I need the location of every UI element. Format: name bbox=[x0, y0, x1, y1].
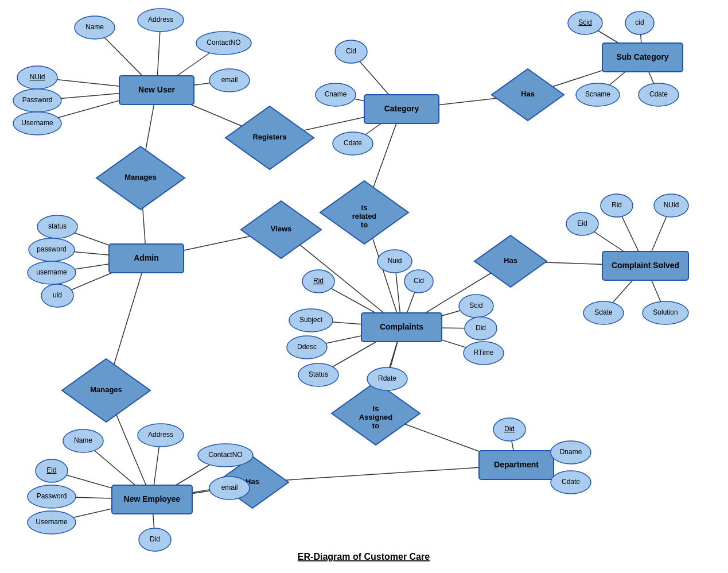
svg-text:Subject: Subject bbox=[299, 316, 323, 324]
svg-text:Has: Has bbox=[521, 90, 535, 98]
svg-text:cid: cid bbox=[635, 18, 644, 26]
svg-text:Registers: Registers bbox=[252, 133, 286, 141]
svg-text:Eid: Eid bbox=[577, 219, 587, 227]
svg-text:ContactNO: ContactNO bbox=[208, 451, 242, 459]
svg-text:RTime: RTime bbox=[474, 349, 494, 357]
svg-text:Department: Department bbox=[494, 460, 539, 469]
svg-text:password: password bbox=[37, 245, 66, 253]
svg-text:Name: Name bbox=[74, 436, 92, 444]
er-diagram: New UserAdminCategorySub CategoryComplai… bbox=[0, 0, 728, 573]
svg-text:Complaint Solved: Complaint Solved bbox=[612, 261, 679, 270]
svg-text:Complaints: Complaints bbox=[380, 322, 423, 331]
svg-text:Eid: Eid bbox=[46, 466, 56, 474]
svg-text:New User: New User bbox=[138, 85, 175, 94]
svg-text:Dname: Dname bbox=[560, 448, 582, 456]
svg-text:Cid: Cid bbox=[414, 277, 424, 285]
svg-line-61 bbox=[252, 465, 516, 482]
svg-text:Cdate: Cdate bbox=[344, 139, 362, 147]
svg-text:Address: Address bbox=[148, 431, 173, 439]
svg-text:Category: Category bbox=[384, 104, 419, 113]
svg-text:ER-Diagram of Customer Care: ER-Diagram of Customer Care bbox=[298, 552, 430, 562]
svg-text:Rid: Rid bbox=[313, 277, 324, 285]
svg-text:Cdate: Cdate bbox=[649, 90, 668, 98]
svg-text:NUid: NUid bbox=[30, 73, 45, 81]
svg-text:email: email bbox=[221, 76, 238, 84]
svg-text:Cname: Cname bbox=[325, 90, 347, 98]
svg-text:Scid: Scid bbox=[469, 301, 482, 309]
svg-text:Password: Password bbox=[22, 96, 53, 104]
svg-text:Address: Address bbox=[148, 16, 173, 24]
svg-text:Views: Views bbox=[271, 224, 292, 233]
svg-text:Scname: Scname bbox=[585, 90, 610, 98]
svg-text:Cdate: Cdate bbox=[562, 478, 580, 486]
svg-text:Password: Password bbox=[37, 492, 67, 500]
svg-text:Manages: Manages bbox=[124, 173, 157, 181]
svg-text:Solution: Solution bbox=[653, 308, 678, 316]
svg-text:Cid: Cid bbox=[346, 47, 356, 55]
svg-text:Sdate: Sdate bbox=[594, 308, 613, 316]
svg-text:Manages: Manages bbox=[90, 385, 122, 394]
svg-text:Ddesc: Ddesc bbox=[297, 343, 317, 351]
svg-text:status: status bbox=[48, 222, 67, 230]
er-diagram-svg: New UserAdminCategorySub CategoryComplai… bbox=[0, 0, 728, 573]
svg-text:email: email bbox=[221, 483, 238, 491]
svg-text:Did: Did bbox=[504, 425, 515, 433]
svg-text:Did: Did bbox=[150, 535, 160, 543]
svg-text:Did: Did bbox=[476, 324, 486, 332]
svg-text:ContactNO: ContactNO bbox=[207, 38, 240, 47]
svg-text:Name: Name bbox=[85, 23, 104, 31]
svg-text:NUid: NUid bbox=[664, 201, 679, 209]
svg-text:Admin: Admin bbox=[134, 253, 159, 262]
svg-text:Rdate: Rdate bbox=[378, 374, 396, 382]
svg-text:uid: uid bbox=[53, 291, 62, 299]
svg-text:Nuid: Nuid bbox=[388, 257, 402, 265]
svg-text:Has: Has bbox=[504, 256, 517, 265]
svg-text:Username: Username bbox=[36, 518, 68, 526]
svg-text:Rid: Rid bbox=[612, 201, 622, 209]
svg-text:username: username bbox=[36, 268, 67, 276]
svg-text:Scid: Scid bbox=[578, 18, 591, 26]
svg-text:Status: Status bbox=[309, 370, 328, 378]
svg-text:Username: Username bbox=[21, 119, 53, 127]
svg-text:Sub Category: Sub Category bbox=[616, 52, 668, 61]
svg-text:New Employee: New Employee bbox=[124, 494, 181, 504]
